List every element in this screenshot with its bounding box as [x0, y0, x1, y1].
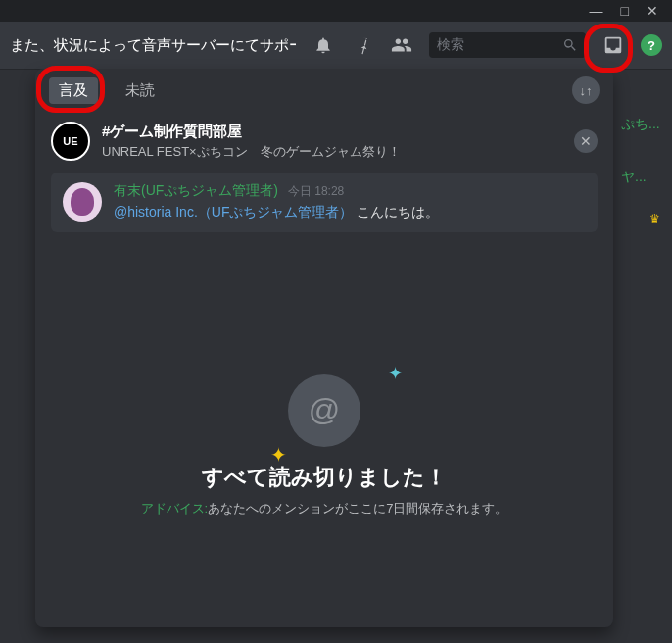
pin-icon[interactable]	[351, 33, 374, 57]
server-avatar: UE	[51, 122, 90, 161]
inbox-tabs: 言及 未読 ↓↑	[35, 69, 613, 112]
member-list-partial: ぷち... ヤ...	[621, 116, 668, 186]
sparkle-icon: ✦	[270, 443, 287, 467]
empty-title: すべて読み切りました！	[202, 463, 447, 492]
at-icon: @	[288, 374, 360, 447]
inbox-panel: 言及 未読 ↓↑ UE #ゲーム制作質問部屋 UNREAL FEST×ぷちコン …	[35, 69, 613, 627]
header: また、状況によって音声サーバーにてサポートい... 検索 ?	[0, 22, 672, 69]
channel-name[interactable]: #ゲーム制作質問部屋	[102, 123, 562, 141]
message-author[interactable]: 有末(UFぷちジャム管理者)	[114, 182, 278, 198]
message-content: @historia Inc.（UFぷちジャム管理者） こんにちは。	[114, 203, 586, 223]
window-close[interactable]: ✕	[647, 4, 658, 18]
server-name: UNREAL FEST×ぷちコン 冬のゲームジャム祭り！	[102, 143, 562, 161]
inbox-icon[interactable]	[601, 33, 625, 57]
tab-unread[interactable]: 未読	[116, 77, 165, 104]
window-titlebar: — □ ✕	[0, 0, 672, 22]
channel-topic: また、状況によって音声サーバーにてサポートい...	[10, 36, 296, 55]
tab-mentions[interactable]: 言及	[49, 77, 98, 104]
sort-button[interactable]: ↓↑	[572, 76, 600, 104]
search-input[interactable]: 検索	[429, 32, 586, 58]
search-icon	[562, 37, 578, 53]
window-maximize[interactable]: □	[621, 4, 629, 18]
message-timestamp: 今日 18:28	[288, 184, 344, 198]
window-minimize[interactable]: —	[590, 4, 603, 18]
channel-header: UE #ゲーム制作質問部屋 UNREAL FEST×ぷちコン 冬のゲームジャム祭…	[35, 112, 613, 167]
sparkle-icon: ✦	[388, 363, 403, 384]
member-item[interactable]: ぷち...	[621, 116, 668, 133]
search-placeholder: 検索	[437, 36, 562, 54]
mention-link[interactable]: @historia Inc.（UFぷちジャム管理者）	[114, 204, 353, 220]
crown-icon: ♛	[649, 212, 660, 225]
dismiss-button[interactable]: ✕	[574, 129, 598, 153]
help-icon[interactable]: ?	[641, 34, 662, 56]
members-icon[interactable]	[390, 33, 413, 57]
member-item[interactable]: ヤ...	[621, 169, 668, 186]
empty-subtitle: アドバイス:あなたへのメンションがここに7日間保存されます。	[141, 500, 508, 518]
notifications-icon[interactable]	[312, 33, 335, 57]
user-avatar[interactable]	[63, 182, 102, 222]
empty-state: ✦ ✦ @ すべて読み切りました！ アドバイス:あなたへのメンションがここに7日…	[35, 374, 613, 518]
message-item[interactable]: 有末(UFぷちジャム管理者) 今日 18:28 @historia Inc.（U…	[51, 173, 598, 232]
